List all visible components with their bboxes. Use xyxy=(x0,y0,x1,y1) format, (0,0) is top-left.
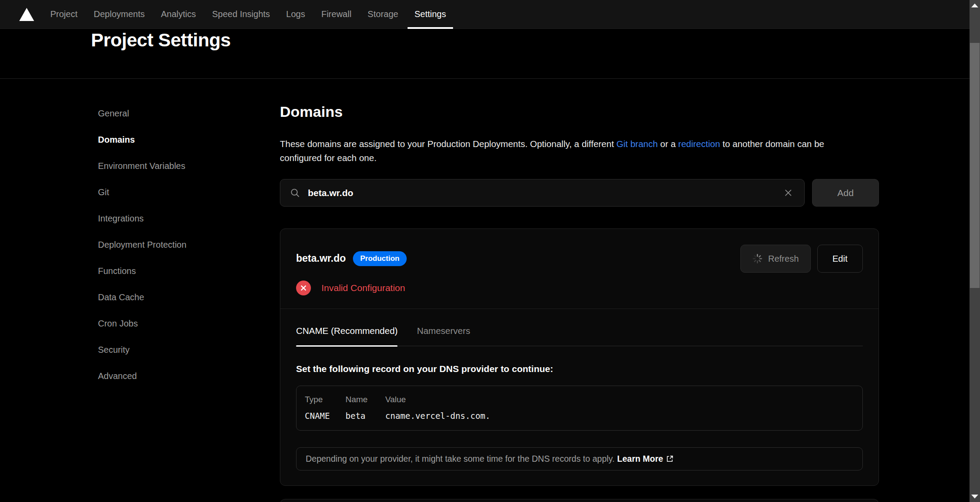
section-title: Domains xyxy=(280,103,879,120)
domain-card-header: beta.wr.do Production xyxy=(280,229,879,273)
vercel-logo-icon[interactable] xyxy=(19,8,34,21)
learn-more-label: Learn More xyxy=(617,454,663,464)
search-icon xyxy=(290,188,300,198)
nav-tab-firewall[interactable]: Firewall xyxy=(321,0,352,29)
tab-cname-recommended[interactable]: CNAME (Recommended) xyxy=(296,326,398,346)
edit-button[interactable]: Edit xyxy=(817,245,863,273)
description-text: or a xyxy=(658,139,678,149)
section-description: These domains are assigned to your Produ… xyxy=(280,137,861,165)
sidebar-item-advanced[interactable]: Advanced xyxy=(98,363,260,389)
domain-search-input[interactable] xyxy=(308,188,774,198)
scroll-up-icon[interactable] xyxy=(971,4,978,7)
sidebar-item-integrations[interactable]: Integrations xyxy=(98,205,260,232)
card-divider xyxy=(280,309,879,309)
nav-tab-project[interactable]: Project xyxy=(50,0,77,29)
sidebar-item-cron-jobs[interactable]: Cron Jobs xyxy=(98,310,260,337)
external-link-icon xyxy=(666,455,673,463)
dns-record-box: Type Name Value CNAME beta cname.vercel-… xyxy=(296,386,863,431)
top-nav: Project Deployments Analytics Speed Insi… xyxy=(0,0,970,29)
domains-section: Domains These domains are assigned to yo… xyxy=(280,79,879,486)
domain-card: beta.wr.do Production xyxy=(280,228,879,486)
sidebar-item-domains[interactable]: Domains xyxy=(98,126,260,153)
record-value-value: cname.vercel-dns.com. xyxy=(385,411,854,421)
sidebar-item-git[interactable]: Git xyxy=(98,179,260,205)
nav-tab-analytics[interactable]: Analytics xyxy=(161,0,196,29)
project-settings-page: Project Deployments Analytics Speed Insi… xyxy=(0,0,980,502)
dns-note-text: Depending on your provider, it might tak… xyxy=(306,454,614,464)
sidebar-item-environment-variables[interactable]: Environment Variables xyxy=(98,153,260,179)
record-tabs: CNAME (Recommended) Nameservers xyxy=(296,326,863,346)
add-domain-button[interactable]: Add xyxy=(812,179,879,207)
scrollbar-thumb[interactable] xyxy=(970,43,980,288)
refresh-button-label: Refresh xyxy=(768,254,799,264)
sidebar-item-deployment-protection[interactable]: Deployment Protection xyxy=(98,232,260,258)
learn-more-link[interactable]: Learn More xyxy=(617,454,673,464)
tab-nameservers[interactable]: Nameservers xyxy=(417,326,470,346)
invalid-configuration-status: Invalid Configuration xyxy=(321,283,405,293)
nav-tab-storage[interactable]: Storage xyxy=(368,0,398,29)
page-header: Project Settings xyxy=(0,29,970,79)
redirection-link[interactable]: redirection xyxy=(678,139,720,149)
domain-name: beta.wr.do xyxy=(296,253,346,264)
vertical-scrollbar[interactable] xyxy=(970,0,980,502)
dns-instruction: Set the following record on your DNS pro… xyxy=(296,364,863,374)
refresh-button[interactable]: Refresh xyxy=(740,245,811,273)
scroll-down-icon[interactable] xyxy=(971,495,978,498)
sidebar-item-security[interactable]: Security xyxy=(98,337,260,363)
description-text: These domains are assigned to your Produ… xyxy=(280,139,617,149)
dns-note: Depending on your provider, it might tak… xyxy=(296,447,863,470)
record-header-type: Type xyxy=(305,395,345,404)
record-name-value: beta xyxy=(345,411,385,421)
domain-status-row: Invalid Configuration xyxy=(280,273,879,309)
spinner-icon xyxy=(752,253,763,264)
git-branch-link[interactable]: Git branch xyxy=(617,139,658,149)
sidebar-item-data-cache[interactable]: Data Cache xyxy=(98,284,260,310)
settings-sidebar: General Domains Environment Variables Gi… xyxy=(98,100,260,389)
nav-tab-logs[interactable]: Logs xyxy=(286,0,305,29)
nav-tab-speed-insights[interactable]: Speed Insights xyxy=(212,0,270,29)
sidebar-item-functions[interactable]: Functions xyxy=(98,258,260,284)
next-domain-card xyxy=(280,499,879,502)
production-badge: Production xyxy=(353,251,407,266)
record-header-value: Value xyxy=(385,395,854,404)
nav-tab-settings[interactable]: Settings xyxy=(415,0,446,29)
domain-search-box xyxy=(280,179,805,207)
nav-tab-deployments[interactable]: Deployments xyxy=(94,0,145,29)
sidebar-item-general[interactable]: General xyxy=(98,100,260,126)
page-title: Project Settings xyxy=(91,29,230,51)
clear-input-icon[interactable] xyxy=(782,186,795,199)
domain-add-row: Add xyxy=(280,179,879,207)
error-icon xyxy=(296,281,311,295)
record-type-value: CNAME xyxy=(305,411,345,421)
record-header-name: Name xyxy=(345,395,385,404)
